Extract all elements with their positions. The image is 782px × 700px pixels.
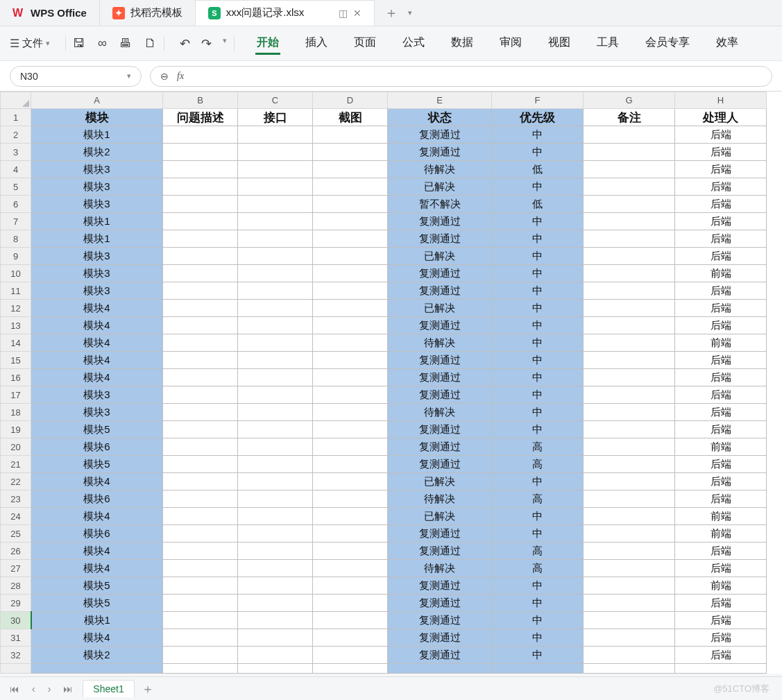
cell[interactable]: 模块1 [31, 126, 163, 144]
cell[interactable] [584, 369, 675, 386]
cell[interactable] [584, 421, 675, 438]
ribbon-tab-3[interactable]: 公式 [401, 33, 426, 55]
cell[interactable]: 中 [492, 386, 584, 404]
cell[interactable]: 模块4 [31, 629, 163, 647]
cell[interactable]: 后端 [675, 490, 767, 508]
cell[interactable]: 低 [492, 161, 584, 178]
cell[interactable]: 中 [492, 230, 584, 248]
cell[interactable]: 复测通过 [388, 629, 492, 647]
cell[interactable]: 后端 [675, 473, 767, 490]
cell[interactable]: 中 [492, 352, 584, 369]
cell[interactable] [313, 282, 388, 300]
new-tab-button[interactable]: ＋ [384, 3, 398, 22]
row-header-33[interactable] [1, 664, 31, 674]
cell[interactable]: 模块3 [31, 404, 163, 421]
cell[interactable]: 后端 [675, 282, 767, 300]
cell[interactable]: 中 [492, 144, 584, 161]
cell[interactable] [238, 438, 313, 456]
cell[interactable]: 复测通过 [388, 126, 492, 144]
name-box-dropdown-icon[interactable]: ▾ [127, 71, 131, 80]
row-header-1[interactable]: 1 [1, 109, 31, 126]
cell[interactable] [388, 664, 492, 674]
cell[interactable]: 模块4 [31, 317, 163, 334]
cell[interactable]: 后端 [675, 404, 767, 421]
cell[interactable]: 中 [492, 525, 584, 543]
ribbon-tab-6[interactable]: 视图 [547, 33, 572, 55]
cell[interactable] [238, 334, 313, 352]
cell[interactable]: 后端 [675, 300, 767, 317]
cell[interactable] [163, 282, 238, 300]
cell[interactable]: 前端 [675, 508, 767, 525]
cell[interactable] [584, 248, 675, 265]
select-all-corner[interactable] [1, 92, 31, 109]
row-header-21[interactable]: 21 [1, 456, 31, 473]
cell[interactable]: 待解决 [388, 404, 492, 421]
cell[interactable]: 模块5 [31, 421, 163, 438]
print-preview-icon[interactable]: 🗋 [144, 36, 157, 51]
col-header-H[interactable]: H [675, 92, 767, 109]
cell[interactable] [313, 369, 388, 386]
cell[interactable]: 前端 [675, 334, 767, 352]
print-icon[interactable]: 🖶 [119, 36, 132, 51]
cell[interactable]: 后端 [675, 230, 767, 248]
cell[interactable]: 已解决 [388, 178, 492, 196]
cell[interactable]: 前端 [675, 438, 767, 456]
cell[interactable]: 已解决 [388, 473, 492, 490]
row-header-19[interactable]: 19 [1, 421, 31, 438]
col-header-G[interactable]: G [584, 92, 675, 109]
row-header-6[interactable]: 6 [1, 196, 31, 213]
cell[interactable] [584, 265, 675, 282]
cell[interactable]: 中 [492, 647, 584, 664]
cell[interactable]: 模块2 [31, 144, 163, 161]
cell[interactable]: 模块1 [31, 230, 163, 248]
row-header-8[interactable]: 8 [1, 230, 31, 248]
col-header-F[interactable]: F [492, 92, 584, 109]
cell[interactable]: 中 [492, 317, 584, 334]
cell[interactable] [163, 196, 238, 213]
cell[interactable] [313, 595, 388, 612]
cell[interactable] [584, 144, 675, 161]
cell[interactable] [163, 508, 238, 525]
ribbon-tab-5[interactable]: 审阅 [498, 33, 523, 55]
ribbon-tab-4[interactable]: 数据 [450, 33, 475, 55]
row-header-7[interactable]: 7 [1, 213, 31, 230]
cell[interactable] [584, 282, 675, 300]
cell[interactable] [313, 456, 388, 473]
cell[interactable] [313, 560, 388, 577]
cell[interactable]: 模块4 [31, 508, 163, 525]
cell[interactable]: 中 [492, 404, 584, 421]
cell[interactable]: 中 [492, 300, 584, 317]
cell[interactable] [163, 317, 238, 334]
cell[interactable]: 模块4 [31, 473, 163, 490]
cell[interactable]: 模块3 [31, 248, 163, 265]
cell[interactable] [238, 178, 313, 196]
cell[interactable] [238, 629, 313, 647]
cell[interactable] [313, 300, 388, 317]
cell[interactable] [163, 161, 238, 178]
cell[interactable] [584, 404, 675, 421]
row-header-5[interactable]: 5 [1, 178, 31, 196]
cell[interactable] [238, 369, 313, 386]
undo-history-dropdown-icon[interactable]: ▾ [223, 36, 227, 51]
cell[interactable]: 待解决 [388, 334, 492, 352]
cell[interactable]: 高 [492, 560, 584, 577]
cell[interactable] [238, 543, 313, 560]
header-cell[interactable]: 截图 [313, 109, 388, 126]
cell[interactable]: 中 [492, 282, 584, 300]
cell[interactable] [313, 438, 388, 456]
row-header-10[interactable]: 10 [1, 265, 31, 282]
cell[interactable]: 模块4 [31, 334, 163, 352]
cell[interactable]: 后端 [675, 456, 767, 473]
cell[interactable] [313, 404, 388, 421]
row-header-25[interactable]: 25 [1, 525, 31, 543]
cell[interactable]: 后端 [675, 386, 767, 404]
cell[interactable] [163, 369, 238, 386]
redo-icon[interactable]: ↷ [201, 36, 212, 51]
cell[interactable] [313, 525, 388, 543]
cell[interactable]: 前端 [675, 577, 767, 595]
cell[interactable]: 复测通过 [388, 612, 492, 629]
cell[interactable] [584, 213, 675, 230]
cell[interactable] [492, 664, 584, 674]
row-header-32[interactable]: 32 [1, 647, 31, 664]
cell[interactable]: 已解决 [388, 300, 492, 317]
